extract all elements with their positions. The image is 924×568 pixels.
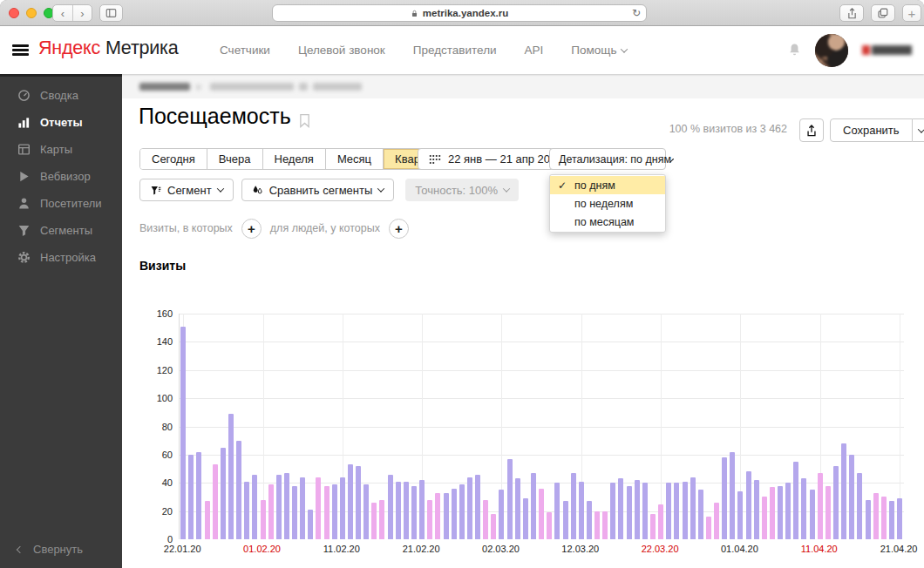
detalization-option[interactable]: ✓по дням	[550, 176, 665, 194]
chart-bar[interactable]	[778, 486, 783, 540]
chart-bar[interactable]	[554, 483, 560, 539]
back-button[interactable]: ‹	[53, 5, 72, 21]
chart-bar[interactable]	[531, 473, 536, 539]
chart-bar[interactable]	[602, 511, 608, 539]
notifications-bell-icon[interactable]	[788, 43, 801, 57]
chart-bar[interactable]	[873, 493, 879, 539]
counter-name-blurred[interactable]	[210, 83, 362, 91]
chart-bar[interactable]	[427, 500, 432, 539]
sidebar-item-maps[interactable]: Карты	[0, 136, 122, 163]
chart-bar[interactable]	[547, 512, 552, 539]
address-bar[interactable]: metrika.yandex.ru ↻	[272, 4, 647, 22]
chart-bar[interactable]	[658, 504, 663, 539]
chart-bar[interactable]	[467, 477, 472, 539]
refresh-button[interactable]: ↻	[632, 7, 641, 19]
minimize-window-button[interactable]	[26, 8, 37, 18]
chart-bar[interactable]	[419, 480, 425, 539]
save-button[interactable]: Сохранить	[830, 118, 913, 142]
counter-owner-blurred[interactable]: ∨	[139, 82, 201, 91]
chart-bar[interactable]	[627, 486, 632, 540]
chart-bar[interactable]	[180, 327, 186, 539]
chart-bar[interactable]	[252, 475, 257, 539]
compare-segments-button[interactable]: Сравнить сегменты	[241, 179, 395, 201]
chart-bar[interactable]	[825, 486, 831, 540]
sidebar-item-settings[interactable]: Настройка	[0, 244, 122, 271]
chart-bar[interactable]	[452, 489, 457, 539]
chart-bar[interactable]	[714, 503, 719, 539]
chart-bar[interactable]	[507, 459, 513, 539]
chart-bar[interactable]	[236, 441, 241, 539]
chart-bar[interactable]	[706, 517, 711, 539]
user-avatar[interactable]	[815, 34, 848, 67]
detalization-option[interactable]: по неделям	[550, 194, 665, 213]
chart-bar[interactable]	[213, 464, 218, 539]
add-visit-condition-button[interactable]: +	[241, 219, 262, 239]
nav-item-0[interactable]: Счетчики	[220, 44, 270, 57]
chart-bar[interactable]	[857, 473, 862, 539]
add-people-condition-button[interactable]: +	[389, 219, 409, 239]
chart-bar[interactable]	[889, 501, 894, 539]
chart-bar[interactable]	[459, 484, 465, 539]
forward-button[interactable]: ›	[72, 5, 92, 21]
chart-bar[interactable]	[523, 498, 528, 539]
chart-bar[interactable]	[340, 477, 345, 539]
chart-bar[interactable]	[579, 482, 584, 539]
chart-bar[interactable]	[404, 482, 409, 539]
accuracy-button[interactable]: Точность: 100%	[405, 179, 519, 201]
chart-bar[interactable]	[737, 491, 743, 539]
chart-bar[interactable]	[785, 483, 791, 539]
chart-bar[interactable]	[356, 466, 361, 539]
sidebar-item-segments[interactable]: Сегменты	[0, 217, 122, 244]
chart-bar[interactable]	[363, 484, 369, 539]
chart-bar[interactable]	[228, 414, 234, 539]
chart-bar[interactable]	[754, 480, 759, 539]
chart-bar[interactable]	[379, 500, 384, 539]
chart-bar[interactable]	[444, 493, 449, 539]
chart-bar[interactable]	[539, 489, 544, 539]
chart-bar[interactable]	[683, 482, 688, 539]
chart-bar[interactable]	[188, 455, 194, 539]
chart-bar[interactable]	[268, 484, 274, 539]
chart-bar[interactable]	[833, 466, 839, 539]
chart-bar[interactable]	[762, 497, 767, 539]
close-window-button[interactable]	[9, 8, 19, 18]
tab-overview-button[interactable]	[871, 4, 895, 22]
sidebar-item-visitors[interactable]: Посетители	[0, 190, 122, 217]
chart-bar[interactable]	[396, 482, 401, 539]
chart-bar[interactable]	[261, 500, 266, 539]
chart-bar[interactable]	[388, 475, 393, 539]
chart-bar[interactable]	[730, 452, 735, 539]
chart-bar[interactable]	[284, 473, 289, 539]
period-button-Неделя[interactable]: Неделя	[263, 149, 326, 169]
period-button-Вчера[interactable]: Вчера	[207, 149, 263, 169]
chart-bar[interactable]	[594, 511, 600, 539]
chart-bar[interactable]	[650, 514, 656, 539]
chart-bar[interactable]	[308, 510, 313, 539]
chart-bar[interactable]	[491, 514, 496, 539]
chart-bar[interactable]	[483, 500, 488, 539]
chart-bar[interactable]	[897, 498, 902, 539]
chart-bar[interactable]	[642, 483, 648, 539]
chart-bar[interactable]	[635, 480, 640, 539]
bookmark-icon[interactable]	[299, 113, 310, 128]
chart-bar[interactable]	[674, 483, 679, 539]
chart-bar[interactable]	[770, 487, 775, 539]
chart-bar[interactable]	[515, 478, 520, 539]
detalization-option[interactable]: по месяцам	[550, 213, 665, 231]
collapse-sidebar-button[interactable]: Свернуть	[17, 543, 83, 556]
period-button-Сегодня[interactable]: Сегодня	[140, 149, 207, 169]
share-button[interactable]	[839, 4, 864, 22]
chart-bar[interactable]	[205, 501, 210, 539]
sidebar-item-webvisor[interactable]: Вебвизор	[0, 163, 122, 190]
chart-bar[interactable]	[571, 473, 576, 539]
chart-bar[interactable]	[276, 475, 282, 539]
chart-bar[interactable]	[324, 486, 330, 540]
save-dropdown-button[interactable]	[913, 118, 924, 142]
nav-item-4[interactable]: Помощь	[571, 44, 627, 57]
chart-bar[interactable]	[881, 497, 887, 539]
nav-item-3[interactable]: API	[525, 44, 544, 57]
chart-bar[interactable]	[300, 477, 305, 539]
chart-bar[interactable]	[499, 490, 504, 539]
new-tab-button[interactable]: +	[902, 4, 921, 22]
chart-bar[interactable]	[690, 477, 696, 539]
